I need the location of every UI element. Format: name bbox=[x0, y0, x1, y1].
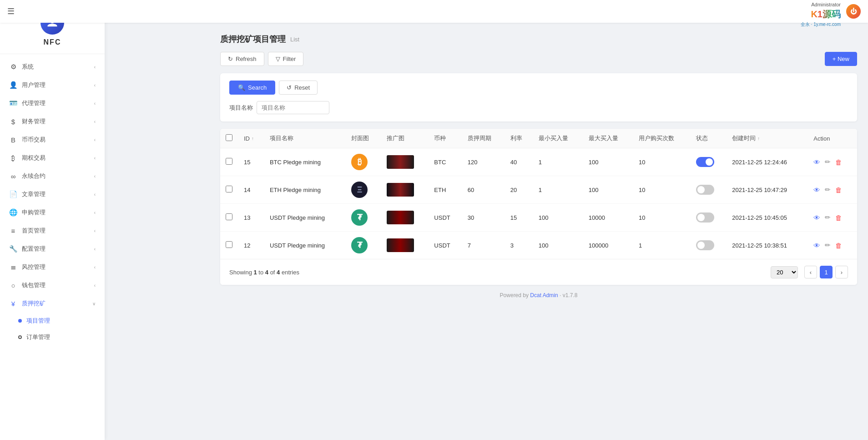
cell-max-buy: 10000 bbox=[583, 204, 633, 232]
toggle-slider bbox=[696, 240, 714, 250]
sidebar-item-user-mgmt[interactable]: 👤 用户管理 ‹ bbox=[0, 76, 105, 94]
chevron-right-icon: ‹ bbox=[94, 174, 96, 179]
sidebar-item-agent-mgmt[interactable]: 🪪 代理管理 ‹ bbox=[0, 94, 105, 112]
refresh-button[interactable]: ↻ Refresh bbox=[220, 52, 264, 66]
delete-button[interactable]: 🗑 bbox=[835, 158, 842, 166]
edit-button[interactable]: ✏ bbox=[825, 213, 831, 222]
delete-button[interactable]: 🗑 bbox=[835, 242, 842, 249]
delete-button[interactable]: 🗑 bbox=[835, 186, 842, 194]
sidebar-item-config-mgmt[interactable]: 🔧 配置管理 ‹ bbox=[0, 240, 105, 258]
chevron-right-icon: ‹ bbox=[94, 83, 96, 88]
sidebar-item-label: 用户管理 bbox=[22, 81, 45, 89]
cell-user-buy: 10 bbox=[633, 148, 691, 176]
cell-name: USDT Pledge mining bbox=[264, 232, 346, 259]
status-toggle[interactable] bbox=[696, 157, 714, 167]
reset-icon: ↺ bbox=[287, 84, 292, 91]
select-all-checkbox[interactable] bbox=[226, 134, 232, 141]
edit-button[interactable]: ✏ bbox=[825, 186, 831, 194]
cell-period: 60 bbox=[462, 176, 505, 204]
sidebar-item-coin-trade[interactable]: B 币币交易 ‹ bbox=[0, 131, 105, 149]
cell-actions: 👁 ✏ 🗑 bbox=[808, 232, 857, 259]
cell-actions: 👁 ✏ 🗑 bbox=[808, 176, 857, 204]
hamburger-icon[interactable]: ☰ bbox=[7, 6, 15, 16]
filter-button[interactable]: ▽ Filter bbox=[268, 52, 304, 66]
toolbar-left: ↻ Refresh ▽ Filter bbox=[220, 52, 303, 66]
view-button[interactable]: 👁 bbox=[813, 242, 820, 249]
user-icon: 👤 bbox=[9, 81, 17, 89]
cell-cover: ₿ bbox=[346, 148, 381, 176]
cell-created: 2021-12-25 10:45:05 bbox=[727, 204, 808, 232]
row-checkbox[interactable] bbox=[226, 186, 232, 192]
sub-item-label: 订单管理 bbox=[26, 333, 50, 341]
delete-button[interactable]: 🗑 bbox=[835, 214, 842, 222]
row-checkbox[interactable] bbox=[226, 213, 232, 220]
cell-name: USDT Pledge mining bbox=[264, 204, 346, 232]
sidebar-item-pledge-mine[interactable]: ¥ 质押挖矿 ∨ bbox=[0, 294, 105, 313]
col-created: 创建时间 ↑ bbox=[732, 134, 802, 142]
gear-icon: ⚙ bbox=[9, 63, 17, 71]
footer-version: · v1.7.8 bbox=[560, 292, 577, 298]
search-button[interactable]: 🔍 Search bbox=[229, 81, 275, 95]
row-checkbox[interactable] bbox=[226, 241, 232, 248]
page-size-select[interactable]: 20 50 100 bbox=[771, 266, 798, 278]
view-button[interactable]: 👁 bbox=[813, 214, 820, 222]
col-action: Action bbox=[808, 129, 857, 148]
cell-user-buy: 10 bbox=[633, 204, 691, 232]
cell-min-buy: 1 bbox=[533, 148, 583, 176]
cell-coin: ETH bbox=[429, 176, 462, 204]
sidebar-item-futures-trade[interactable]: ₿ 期权交易 ‹ bbox=[0, 149, 105, 167]
sidebar-item-finance-mgmt[interactable]: $ 财务管理 ‹ bbox=[0, 112, 105, 131]
edit-button[interactable]: ✏ bbox=[825, 158, 831, 166]
new-button[interactable]: + New bbox=[825, 52, 857, 66]
reset-button[interactable]: ↺ Reset bbox=[279, 81, 318, 95]
cell-coin: USDT bbox=[429, 232, 462, 259]
toggle-slider bbox=[696, 157, 714, 167]
row-checkbox[interactable] bbox=[226, 158, 232, 165]
sidebar-item-wallet-mgmt[interactable]: ○ 钱包管理 ‹ bbox=[0, 276, 105, 294]
prev-page-button[interactable]: ‹ bbox=[804, 266, 817, 278]
field-name-input[interactable] bbox=[257, 101, 329, 114]
sort-icon: ↑ bbox=[757, 136, 760, 141]
wrench-icon: 🔧 bbox=[9, 245, 17, 253]
chevron-down-icon: ∨ bbox=[92, 301, 96, 306]
toggle-slider bbox=[696, 185, 714, 195]
status-toggle[interactable] bbox=[696, 212, 714, 223]
status-toggle[interactable] bbox=[696, 185, 714, 195]
sidebar-item-system[interactable]: ⚙ 系统 ‹ bbox=[0, 58, 105, 76]
sidebar-item-perpetual[interactable]: ∞ 永续合约 ‹ bbox=[0, 167, 105, 185]
sidebar-item-order-mgmt[interactable]: 订单管理 bbox=[0, 329, 105, 345]
col-rate: 利率 bbox=[505, 129, 533, 148]
edit-button[interactable]: ✏ bbox=[825, 241, 831, 249]
col-id: ID ↑ bbox=[244, 135, 259, 142]
next-page-button[interactable]: › bbox=[835, 266, 848, 278]
page-1-button[interactable]: 1 bbox=[820, 266, 833, 278]
page-title: 质押挖矿项目管理 bbox=[220, 34, 286, 45]
toolbar: ↻ Refresh ▽ Filter + New bbox=[220, 52, 857, 66]
col-user-buy: 用户购买次数 bbox=[633, 129, 691, 148]
view-button[interactable]: 👁 bbox=[813, 158, 820, 166]
cell-rate: 20 bbox=[505, 176, 533, 204]
cell-rate: 3 bbox=[505, 232, 533, 259]
cell-user-buy: 1 bbox=[633, 232, 691, 259]
avatar: ⏻ bbox=[846, 4, 861, 19]
sidebar-item-risk-mgmt[interactable]: ≣ 风控管理 ‹ bbox=[0, 258, 105, 276]
action-icons: 👁 ✏ 🗑 bbox=[813, 158, 852, 166]
cell-cover: ₮ bbox=[346, 232, 381, 259]
cell-cover: Ξ bbox=[346, 176, 381, 204]
dollar-icon: $ bbox=[9, 118, 17, 126]
status-toggle[interactable] bbox=[696, 240, 714, 250]
view-button[interactable]: 👁 bbox=[813, 186, 820, 194]
sidebar-item-apply-mgmt[interactable]: 🌐 申购管理 ‹ bbox=[0, 203, 105, 222]
search-actions: 🔍 Search ↺ Reset bbox=[229, 81, 848, 95]
sidebar-item-home-mgmt[interactable]: ≡ 首页管理 ‹ bbox=[0, 222, 105, 240]
footer-brand-link[interactable]: Dcat Admin bbox=[530, 292, 558, 298]
dot-icon bbox=[18, 335, 22, 339]
sidebar-item-article-mgmt[interactable]: 📄 文章管理 ‹ bbox=[0, 185, 105, 203]
data-table: ID ↑ 项目名称 封面图 推广图 币种 质押周期 利率 最小买入量 最大买入量… bbox=[220, 129, 857, 259]
search-icon: 🔍 bbox=[238, 84, 245, 91]
field-name-label: 项目名称 bbox=[229, 104, 253, 112]
table-row: 12 USDT Pledge mining ₮ USDT 7 3 100 100… bbox=[220, 232, 857, 259]
cell-period: 120 bbox=[462, 148, 505, 176]
sidebar-item-project-mgmt[interactable]: 项目管理 bbox=[0, 313, 105, 329]
sidebar: NFC ⚙ 系统 ‹ 👤 用户管理 ‹ 🪪 代理管理 ‹ $ bbox=[0, 0, 105, 440]
